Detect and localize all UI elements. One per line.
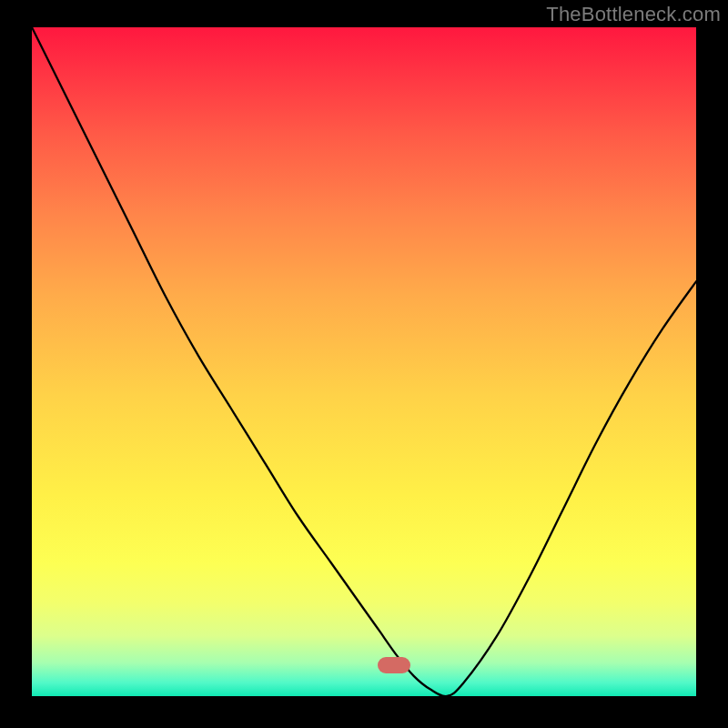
curve-path [32, 27, 696, 696]
watermark-text: TheBottleneck.com [546, 3, 721, 26]
bottleneck-curve [32, 27, 696, 696]
chart-frame: TheBottleneck.com [0, 0, 728, 728]
optimum-marker [378, 657, 410, 673]
plot-area [32, 27, 696, 696]
